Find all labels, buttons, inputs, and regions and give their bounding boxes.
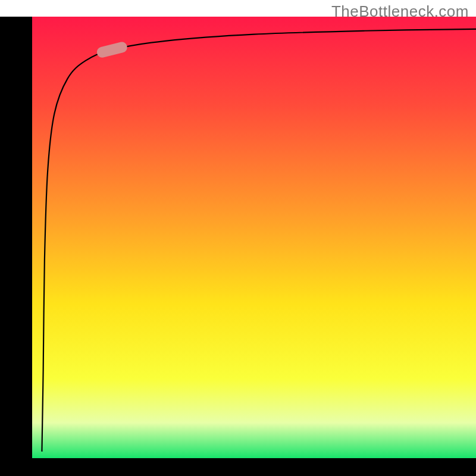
chart-frame: TheBottleneck.com (0, 0, 476, 476)
chart-svg (0, 0, 476, 476)
plot-area (32, 17, 476, 458)
